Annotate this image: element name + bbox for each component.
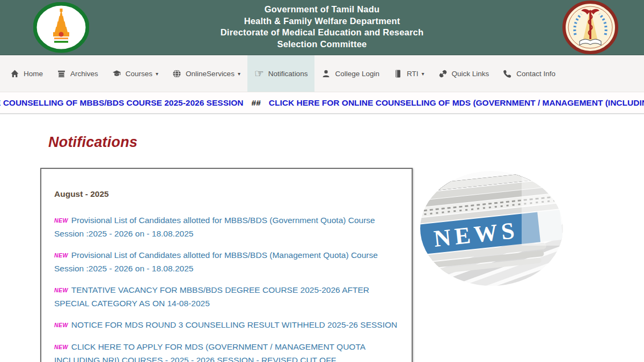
graduation-cap-icon: [112, 69, 121, 78]
nav-item-contact-info[interactable]: Contact Info: [496, 55, 562, 92]
chevron-down-icon: ▾: [238, 71, 240, 77]
header-title-line: Selection Committee: [0, 39, 644, 50]
newspaper-stack-image: NEWS: [420, 171, 564, 290]
marquee-link[interactable]: CLICK HERE FOR ONLINE COUNSELLING OF MDS…: [269, 98, 644, 107]
chevron-down-icon: ▾: [421, 71, 424, 77]
person-icon: [321, 69, 331, 78]
nav-item-courses[interactable]: Courses▾: [105, 55, 165, 92]
header-title: Government of Tamil NaduHealth & Family …: [0, 4, 644, 50]
nav-item-label: Notifications: [268, 70, 308, 78]
notice-item: NEWCLICK HERE TO APPLY FOR MDS (GOVERNME…: [54, 341, 400, 362]
link-icon: [438, 69, 448, 78]
notice-link[interactable]: Provisional List of Candidates allotted …: [54, 250, 378, 273]
month-heading: August - 2025: [54, 189, 400, 199]
new-badge: NEW: [54, 287, 68, 293]
notice-link[interactable]: NOTICE FOR MDS ROUND 3 COUNSELLING RESUL…: [71, 320, 398, 329]
nav-item-home[interactable]: Home: [3, 55, 50, 92]
globe-icon: [172, 69, 181, 78]
book-icon: [393, 69, 402, 78]
nav-item-label: OnlineServices: [186, 70, 235, 78]
notice-link[interactable]: TENTATIVE VACANCY FOR MBBS/BDS DEGREE CO…: [54, 285, 369, 308]
nav-item-label: College Login: [335, 70, 379, 78]
header-title-line: Directorate of Medical Education and Res…: [0, 27, 644, 39]
notice-link[interactable]: Provisional List of Candidates allotted …: [54, 216, 375, 238]
pointing-hand-icon: ☞: [254, 68, 264, 79]
page-title: Notifications: [48, 134, 137, 151]
notice-item: NEWProvisional List of Candidates allott…: [54, 249, 400, 275]
nav-item-label: Home: [24, 70, 43, 78]
new-badge: NEW: [54, 252, 68, 258]
chevron-down-icon: ▾: [156, 71, 158, 77]
header-title-line: Health & Family Welfare Department: [0, 16, 644, 27]
marquee-separator: ##: [252, 98, 261, 107]
notifications-panel: August - 2025 NEWProvisional List of Can…: [40, 168, 413, 362]
nav-item-label: Courses: [126, 70, 152, 78]
notice-item: NEWTENTATIVE VACANCY FOR MBBS/BDS DEGREE…: [54, 284, 400, 310]
new-badge: NEW: [54, 322, 68, 328]
notice-item: NEWProvisional List of Candidates allott…: [54, 214, 400, 240]
nav-item-quick-links[interactable]: Quick Links: [431, 55, 496, 92]
announcement-marquee: E COUNSELLING OF MBBS/BDS COURSE 2025-20…: [0, 92, 644, 114]
nav-item-label: Archives: [70, 70, 98, 78]
notice-item: NEWNOTICE FOR MDS ROUND 3 COUNSELLING RE…: [54, 319, 400, 332]
notice-link[interactable]: CLICK HERE TO APPLY FOR MDS (GOVERNMENT …: [54, 342, 365, 362]
nav-item-onlineservices[interactable]: OnlineServices▾: [165, 55, 247, 92]
nav-item-label: RTI: [407, 70, 419, 78]
nav-item-rti[interactable]: RTI▾: [386, 55, 431, 92]
archives-icon: [57, 69, 66, 78]
marquee-text: E COUNSELLING OF MBBS/BDS COURSE 2025-20…: [0, 92, 644, 113]
home-icon: [10, 69, 19, 78]
india-flag-band: [54, 38, 68, 43]
nav-item-label: Contact Info: [516, 70, 555, 78]
nav-item-label: Quick Links: [452, 70, 489, 78]
phone-icon: [503, 69, 512, 78]
nav-item-archives[interactable]: Archives: [50, 55, 105, 92]
site-header: Government of Tamil NaduHealth & Family …: [0, 0, 644, 55]
nav-item-notifications[interactable]: ☞Notifications: [247, 55, 314, 92]
tamil-nadu-government-emblem-icon: [33, 2, 89, 53]
header-title-line: Government of Tamil Nadu: [0, 4, 644, 16]
nav-item-college-login[interactable]: College Login: [314, 55, 386, 92]
new-badge: NEW: [54, 217, 68, 224]
marquee-link[interactable]: E COUNSELLING OF MBBS/BDS COURSE 2025-20…: [0, 98, 244, 107]
medical-directorate-emblem-icon: [562, 1, 618, 54]
new-badge: NEW: [54, 344, 68, 350]
main-nav-bar: HomeArchivesCourses▾OnlineServices▾☞Noti…: [0, 55, 644, 92]
notice-list: NEWProvisional List of Candidates allott…: [54, 214, 400, 362]
